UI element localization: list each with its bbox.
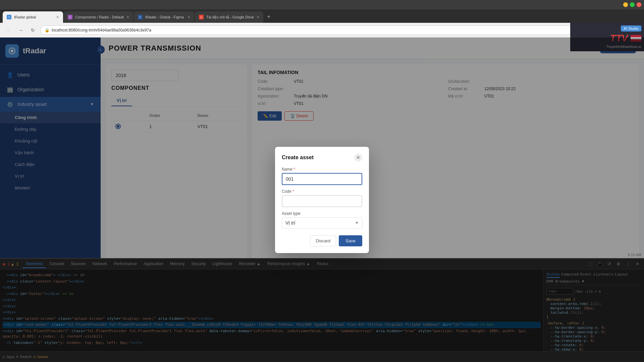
tab-title: tRadar global: [14, 15, 54, 19]
save-button[interactable]: Save: [339, 235, 362, 246]
maximize-button[interactable]: [630, 2, 635, 7]
tab-favicon: T: [7, 15, 11, 19]
tabbar: T tRadar global × C Components / Radio -…: [0, 9, 644, 23]
address-field[interactable]: 🔒 localhost:8080/cong-trinh/64d4ae98a00a…: [40, 25, 606, 35]
required-indicator: *: [293, 167, 295, 172]
name-field: Name *: [282, 167, 362, 185]
tab-favicon: C: [68, 15, 72, 19]
new-tab-button[interactable]: +: [264, 12, 273, 21]
lock-icon: 🔒: [45, 28, 50, 33]
tab-close-icon[interactable]: ×: [126, 14, 129, 20]
tab-close-icon[interactable]: ×: [257, 14, 259, 20]
tab-title: tRadar - Global - Figma: [145, 15, 185, 19]
tab-close-icon[interactable]: ×: [187, 14, 190, 20]
asset-type-field: Asset type Vị trí ▼: [282, 211, 362, 229]
name-label: Name *: [282, 167, 362, 172]
tab-google-drive[interactable]: G Tài liệu mô tả - Google Drive ×: [195, 11, 263, 23]
asset-type-select[interactable]: Vị trí: [282, 217, 362, 229]
asset-type-label: Asset type: [282, 211, 362, 216]
tab-favicon: F: [138, 15, 143, 19]
addressbar: ← → ↻ 🔒 localhost:8080/cong-trinh/64d4ae…: [0, 23, 644, 38]
aistudio-button[interactable]: AI Studio: [621, 25, 641, 32]
code-field: Code *: [282, 189, 362, 207]
create-asset-modal: Create asset ✕ Name * Code * Asset type …: [275, 147, 369, 253]
modal-close-button[interactable]: ✕: [354, 154, 362, 162]
close-button[interactable]: [637, 2, 641, 7]
tab-favicon: G: [199, 15, 204, 19]
code-label: Code *: [282, 189, 362, 194]
browser-chrome: T tRadar global × C Components / Radio -…: [0, 0, 644, 38]
forward-button[interactable]: →: [16, 25, 25, 35]
code-input[interactable]: [282, 195, 362, 207]
tab-figma[interactable]: F tRadar - Global - Figma ×: [134, 11, 194, 23]
tab-close-icon[interactable]: ×: [56, 14, 59, 20]
tab-title: Tài liệu mô tả - Google Drive: [206, 15, 254, 19]
modal-overlay: Create asset ✕ Name * Code * Asset type …: [0, 38, 644, 362]
name-input[interactable]: [282, 173, 362, 185]
address-text: localhost:8080/cong-trinh/64d4ae98a00a96…: [52, 28, 151, 33]
tab-title: Components / Radio - Default: [75, 15, 124, 19]
reload-button[interactable]: ↻: [28, 25, 38, 35]
required-indicator: *: [292, 189, 294, 194]
modal-actions: Discard Save: [282, 235, 362, 246]
asset-type-value: Vị trí: [285, 220, 296, 226]
tab-components[interactable]: C Components / Radio - Default ×: [64, 11, 133, 23]
modal-title: Create asset: [282, 155, 314, 161]
titlebar: [0, 0, 644, 9]
minimize-button[interactable]: [623, 2, 628, 7]
back-button[interactable]: ←: [4, 25, 13, 35]
tab-tradar-global[interactable]: T tRadar global ×: [3, 11, 63, 23]
asset-type-wrapper: Vị trí ▼: [282, 217, 362, 229]
discard-button[interactable]: Discard: [310, 235, 336, 246]
modal-header: Create asset ✕: [282, 154, 362, 162]
